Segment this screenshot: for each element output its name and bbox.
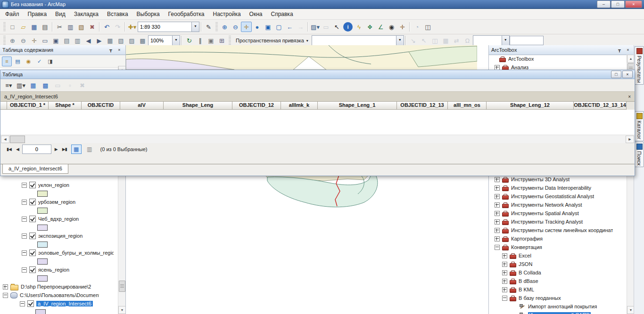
toc-selected-layer-item[interactable]: a_IV_region_Intersect6 bbox=[0, 299, 118, 308]
toolbar-grip[interactable] bbox=[215, 22, 218, 32]
toolbox-conversion[interactable]: Конвертация bbox=[489, 243, 627, 251]
list-by-drawing-order-icon[interactable]: ≡ bbox=[2, 56, 12, 66]
add-data-icon[interactable]: ✚▾ bbox=[127, 22, 138, 32]
hyperlink-icon[interactable]: ϟ bbox=[354, 22, 364, 32]
new-document-icon[interactable]: □ bbox=[7, 22, 18, 32]
menu-customize[interactable]: Настройка bbox=[209, 9, 245, 19]
expander-icon[interactable] bbox=[495, 219, 500, 225]
highlight-selected-icon[interactable]: ▦ bbox=[28, 80, 39, 90]
collapse-expander-icon[interactable] bbox=[3, 293, 8, 298]
scroll-down-icon[interactable]: ▼ bbox=[118, 306, 126, 314]
table-bottom-tab[interactable]: a_IV_region_Intersect6 bbox=[2, 164, 68, 174]
menu-file[interactable]: Файл bbox=[1, 9, 24, 19]
clear-table-selection-icon[interactable]: ▫ bbox=[65, 80, 75, 90]
copy-icon[interactable]: ▥ bbox=[65, 22, 76, 32]
new-displacement-link-icon[interactable]: ↘ bbox=[408, 35, 419, 46]
toolbox-linear-referencing[interactable]: Инструменты систем линейных координат bbox=[489, 226, 627, 234]
toc-geodatabase-item[interactable]: C:\Users\Пользователь\Documents bbox=[0, 291, 118, 299]
table-rows-area[interactable] bbox=[0, 110, 635, 135]
expander-icon[interactable] bbox=[495, 228, 500, 233]
scrollbar-thumb[interactable] bbox=[10, 136, 25, 143]
create-viewer-window-icon[interactable]: ◫ bbox=[422, 22, 433, 32]
table-horizontal-scrollbar[interactable]: ◀ ▶ bbox=[0, 135, 635, 143]
tool-import-cad-annotation[interactable]: Импорт аннотаций САПР bbox=[489, 311, 627, 314]
table-window-titlebar[interactable]: Таблица □ × bbox=[0, 70, 635, 79]
toolbar-grip[interactable] bbox=[3, 36, 6, 45]
expander-icon[interactable] bbox=[495, 245, 500, 250]
collapse-expander-icon[interactable] bbox=[22, 250, 27, 256]
adjustment-value-box[interactable] bbox=[510, 36, 544, 45]
menu-windows[interactable]: Окна bbox=[245, 9, 267, 19]
delete-x-icon[interactable]: ✖ bbox=[87, 22, 98, 32]
layer-uklon-region[interactable]: уклон_region bbox=[0, 181, 118, 189]
pin-icon[interactable]: ┳ bbox=[107, 47, 115, 53]
scroll-up-icon[interactable]: ▲ bbox=[627, 55, 634, 63]
scroll-left-icon[interactable]: ◀ bbox=[1, 136, 9, 143]
layout-focus-dataframe-icon[interactable]: ▧ bbox=[116, 35, 126, 46]
show-all-records-icon[interactable]: ▦ bbox=[71, 145, 82, 154]
layer-symbol-swatch[interactable] bbox=[37, 208, 48, 214]
snapping-toggle-icon[interactable]: ⊞ bbox=[216, 35, 227, 46]
link-source-combo[interactable]: ▾ bbox=[473, 35, 510, 46]
paste-icon[interactable]: ▧ bbox=[76, 22, 87, 32]
collapse-expander-icon[interactable] bbox=[22, 267, 27, 273]
expand-icon[interactable] bbox=[3, 284, 8, 290]
layer-cheb-vdhr-region[interactable]: Чеб_вдхр_region bbox=[0, 215, 118, 223]
col-objectid-1[interactable]: OBJECTID_1 * bbox=[7, 102, 49, 110]
toolset-to-kml[interactable]: В KML bbox=[489, 285, 627, 294]
link-source-input[interactable] bbox=[473, 37, 502, 44]
toc-options-icon[interactable]: ◨ bbox=[45, 56, 55, 66]
map-scale-input[interactable] bbox=[138, 23, 191, 31]
find-icon[interactable]: ◉ bbox=[386, 22, 397, 32]
expander-icon[interactable] bbox=[502, 270, 507, 275]
layer-symbol-swatch[interactable] bbox=[37, 225, 48, 231]
scroll-right-icon[interactable]: ▶ bbox=[626, 136, 634, 143]
menu-selection[interactable]: Выборка bbox=[132, 9, 164, 19]
clear-selected-features-icon[interactable]: ▭ bbox=[321, 22, 331, 32]
menu-help[interactable]: Справка bbox=[266, 9, 297, 19]
collapse-expander-icon[interactable] bbox=[22, 233, 27, 239]
html-popup-icon[interactable]: ❖ bbox=[364, 22, 375, 32]
scrollbar-thumb[interactable] bbox=[119, 281, 125, 292]
layer-ekspozitsiya-region[interactable]: экспозиция_region bbox=[0, 232, 118, 240]
delete-selected-icon[interactable]: ✖ bbox=[77, 80, 88, 90]
layout-zoom-whole-page-icon[interactable]: ▭ bbox=[40, 35, 50, 46]
pause-labeling-icon[interactable]: ▣ bbox=[206, 35, 216, 46]
layer-visibility-checkbox[interactable] bbox=[29, 216, 36, 222]
toolset-excel[interactable]: Excel bbox=[489, 251, 627, 260]
layer-visibility-checkbox[interactable] bbox=[29, 233, 36, 239]
layout-fixed-zoom-in-icon[interactable]: ▤ bbox=[61, 35, 72, 46]
arctoolbox-root[interactable]: ArcToolbox bbox=[489, 55, 627, 63]
toc-folder-item[interactable]: D:\shp Перепроецирование\2 bbox=[0, 282, 118, 291]
toolset-to-geodatabase[interactable]: В базу геоданных bbox=[489, 294, 627, 302]
layout-fixed-zoom-out-icon[interactable]: ▥ bbox=[72, 35, 83, 46]
expander-icon[interactable] bbox=[502, 262, 507, 267]
menu-insert[interactable]: Вставка bbox=[103, 9, 132, 19]
go-to-xy-icon[interactable]: ✛ bbox=[397, 22, 408, 32]
tab-catalog[interactable]: Каталог bbox=[635, 111, 644, 141]
list-by-source-icon[interactable]: ▤ bbox=[13, 56, 23, 66]
menu-view[interactable]: Вид bbox=[51, 9, 70, 19]
tab-results[interactable]: Результаты bbox=[635, 46, 644, 85]
list-by-visibility-icon[interactable]: ◉ bbox=[24, 56, 33, 66]
cut-icon[interactable]: ✂ bbox=[54, 22, 65, 32]
close-button[interactable]: × bbox=[625, 0, 642, 8]
col-shape[interactable]: Shape * bbox=[49, 102, 82, 110]
col-shape-leng-1[interactable]: Shape_Leng_1 bbox=[318, 102, 397, 110]
toolbar-grip[interactable] bbox=[3, 22, 6, 32]
layout-zoom-100-icon[interactable]: ▣ bbox=[50, 35, 61, 46]
chevron-down-icon[interactable]: ▾ bbox=[502, 36, 509, 45]
layout-toggle-draft-icon[interactable]: ▦ bbox=[105, 35, 116, 46]
map-scale-combo[interactable]: ▾ bbox=[138, 22, 199, 32]
close-icon[interactable]: × bbox=[116, 47, 123, 53]
show-selected-records-icon[interactable]: ▥ bbox=[84, 145, 95, 154]
pan-icon[interactable]: ✛ bbox=[241, 22, 252, 32]
expander-icon[interactable] bbox=[495, 185, 500, 191]
zoom-percent-input[interactable] bbox=[149, 37, 172, 44]
layer-urboz em-region[interactable]: урбозем_region bbox=[0, 198, 118, 206]
collapse-expander-icon[interactable] bbox=[22, 200, 27, 205]
layout-zoom-out-icon[interactable]: ⊖ bbox=[18, 35, 29, 46]
list-by-selection-icon[interactable]: ✓ bbox=[34, 56, 44, 66]
expander-icon[interactable] bbox=[495, 202, 500, 208]
scroll-down-icon[interactable]: ▼ bbox=[627, 306, 634, 314]
